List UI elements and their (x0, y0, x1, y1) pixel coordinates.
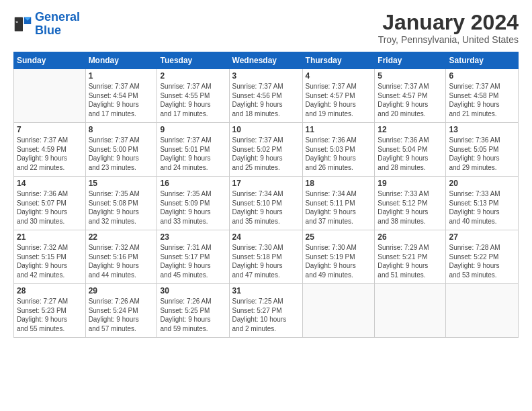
day-info: Sunrise: 7:37 AM Sunset: 4:56 PM Dayligh… (232, 82, 300, 118)
day-info: Sunrise: 7:28 AM Sunset: 5:22 PM Dayligh… (449, 243, 515, 279)
day-cell: 24Sunrise: 7:30 AM Sunset: 5:18 PM Dayli… (229, 230, 302, 284)
day-number: 28 (17, 286, 83, 295)
day-info: Sunrise: 7:37 AM Sunset: 5:01 PM Dayligh… (160, 136, 226, 172)
day-cell: 23Sunrise: 7:31 AM Sunset: 5:17 PM Dayli… (157, 230, 229, 284)
day-info: Sunrise: 7:30 AM Sunset: 5:18 PM Dayligh… (232, 243, 300, 279)
day-number: 30 (160, 286, 226, 295)
header-monday: Monday (85, 52, 157, 69)
day-cell: 11Sunrise: 7:36 AM Sunset: 5:03 PM Dayli… (302, 123, 375, 177)
day-cell (14, 69, 86, 123)
header-tuesday: Tuesday (157, 52, 229, 69)
day-info: Sunrise: 7:32 AM Sunset: 5:16 PM Dayligh… (89, 243, 154, 279)
day-info: Sunrise: 7:26 AM Sunset: 5:24 PM Dayligh… (89, 297, 154, 333)
day-info: Sunrise: 7:34 AM Sunset: 5:11 PM Dayligh… (306, 189, 372, 226)
day-number: 2 (160, 71, 226, 81)
day-cell: 1Sunrise: 7:37 AM Sunset: 4:54 PM Daylig… (85, 69, 157, 123)
main-title: January 2024 (378, 11, 519, 34)
day-cell: 30Sunrise: 7:26 AM Sunset: 5:25 PM Dayli… (157, 284, 229, 338)
day-number: 26 (378, 232, 443, 242)
day-cell: 8Sunrise: 7:37 AM Sunset: 5:00 PM Daylig… (85, 123, 157, 177)
day-number: 20 (449, 179, 515, 188)
logo-line1: General (35, 10, 80, 24)
day-number: 18 (306, 179, 372, 188)
day-cell: 4Sunrise: 7:37 AM Sunset: 4:57 PM Daylig… (302, 69, 375, 123)
day-number: 5 (378, 71, 443, 81)
day-cell (375, 284, 446, 338)
day-number: 17 (232, 179, 300, 188)
header-friday: Friday (375, 52, 446, 69)
day-cell (302, 284, 375, 338)
day-cell: 12Sunrise: 7:36 AM Sunset: 5:04 PM Dayli… (375, 123, 446, 177)
day-cell: 10Sunrise: 7:37 AM Sunset: 5:02 PM Dayli… (229, 123, 302, 177)
day-cell: 20Sunrise: 7:33 AM Sunset: 5:13 PM Dayli… (446, 177, 519, 230)
week-row-0: 1Sunrise: 7:37 AM Sunset: 4:54 PM Daylig… (14, 69, 519, 123)
day-info: Sunrise: 7:31 AM Sunset: 5:17 PM Dayligh… (160, 243, 226, 279)
day-info: Sunrise: 7:37 AM Sunset: 4:58 PM Dayligh… (449, 82, 515, 118)
day-number: 31 (232, 286, 300, 295)
day-cell: 9Sunrise: 7:37 AM Sunset: 5:01 PM Daylig… (157, 123, 229, 177)
day-info: Sunrise: 7:32 AM Sunset: 5:15 PM Dayligh… (17, 243, 83, 279)
day-cell: 16Sunrise: 7:35 AM Sunset: 5:09 PM Dayli… (157, 177, 229, 230)
header: G General Blue January 2024 Troy, Pennsy… (13, 11, 519, 45)
day-number: 19 (378, 179, 443, 188)
calendar-table: SundayMondayTuesdayWednesdayThursdayFrid… (13, 52, 519, 338)
svg-text:G: G (16, 20, 19, 24)
header-thursday: Thursday (302, 52, 375, 69)
day-number: 6 (449, 71, 515, 81)
day-info: Sunrise: 7:25 AM Sunset: 5:27 PM Dayligh… (232, 297, 300, 333)
day-number: 22 (89, 232, 154, 242)
day-cell: 17Sunrise: 7:34 AM Sunset: 5:10 PM Dayli… (229, 177, 302, 230)
day-cell: 21Sunrise: 7:32 AM Sunset: 5:15 PM Dayli… (14, 230, 86, 284)
day-info: Sunrise: 7:35 AM Sunset: 5:08 PM Dayligh… (89, 189, 154, 226)
week-row-1: 7Sunrise: 7:37 AM Sunset: 4:59 PM Daylig… (14, 123, 519, 177)
day-info: Sunrise: 7:36 AM Sunset: 5:05 PM Dayligh… (449, 136, 515, 172)
day-info: Sunrise: 7:26 AM Sunset: 5:25 PM Dayligh… (160, 297, 226, 333)
day-info: Sunrise: 7:33 AM Sunset: 5:12 PM Dayligh… (378, 189, 443, 226)
day-cell: 15Sunrise: 7:35 AM Sunset: 5:08 PM Dayli… (85, 177, 157, 230)
day-info: Sunrise: 7:36 AM Sunset: 5:07 PM Dayligh… (17, 189, 83, 226)
svg-rect-3 (15, 17, 23, 31)
day-cell: 13Sunrise: 7:36 AM Sunset: 5:05 PM Dayli… (446, 123, 519, 177)
day-number: 24 (232, 232, 300, 242)
day-cell: 5Sunrise: 7:37 AM Sunset: 4:57 PM Daylig… (375, 69, 446, 123)
day-number: 10 (232, 125, 300, 134)
day-info: Sunrise: 7:37 AM Sunset: 4:57 PM Dayligh… (378, 82, 443, 118)
day-number: 14 (17, 179, 83, 188)
logo-text: General Blue (35, 11, 80, 38)
header-sunday: Sunday (14, 52, 86, 69)
day-cell: 7Sunrise: 7:37 AM Sunset: 4:59 PM Daylig… (14, 123, 86, 177)
day-cell: 28Sunrise: 7:27 AM Sunset: 5:23 PM Dayli… (14, 284, 86, 338)
day-info: Sunrise: 7:37 AM Sunset: 5:00 PM Dayligh… (89, 136, 154, 172)
day-cell: 29Sunrise: 7:26 AM Sunset: 5:24 PM Dayli… (85, 284, 157, 338)
day-cell: 31Sunrise: 7:25 AM Sunset: 5:27 PM Dayli… (229, 284, 302, 338)
day-number: 9 (160, 125, 226, 134)
day-info: Sunrise: 7:27 AM Sunset: 5:23 PM Dayligh… (17, 297, 83, 333)
day-cell: 22Sunrise: 7:32 AM Sunset: 5:16 PM Dayli… (85, 230, 157, 284)
day-info: Sunrise: 7:37 AM Sunset: 4:54 PM Dayligh… (89, 82, 154, 118)
day-info: Sunrise: 7:34 AM Sunset: 5:10 PM Dayligh… (232, 189, 300, 226)
day-cell: 6Sunrise: 7:37 AM Sunset: 4:58 PM Daylig… (446, 69, 519, 123)
logo: G General Blue (13, 11, 80, 38)
day-info: Sunrise: 7:37 AM Sunset: 4:59 PM Dayligh… (17, 136, 83, 172)
day-number: 15 (89, 179, 154, 188)
subtitle: Troy, Pennsylvania, United States (378, 34, 519, 45)
day-number: 4 (306, 71, 372, 81)
week-row-2: 14Sunrise: 7:36 AM Sunset: 5:07 PM Dayli… (14, 177, 519, 230)
day-number: 8 (89, 125, 154, 134)
week-row-4: 28Sunrise: 7:27 AM Sunset: 5:23 PM Dayli… (14, 284, 519, 338)
day-number: 21 (17, 232, 83, 242)
title-block: January 2024 Troy, Pennsylvania, United … (378, 11, 519, 45)
day-cell: 2Sunrise: 7:37 AM Sunset: 4:55 PM Daylig… (157, 69, 229, 123)
day-number: 27 (449, 232, 515, 242)
day-number: 23 (160, 232, 226, 242)
logo-icon: G (13, 15, 32, 34)
header-wednesday: Wednesday (229, 52, 302, 69)
day-cell: 19Sunrise: 7:33 AM Sunset: 5:12 PM Dayli… (375, 177, 446, 230)
day-info: Sunrise: 7:37 AM Sunset: 4:55 PM Dayligh… (160, 82, 226, 118)
day-info: Sunrise: 7:33 AM Sunset: 5:13 PM Dayligh… (449, 189, 515, 226)
day-number: 1 (89, 71, 154, 81)
day-cell: 18Sunrise: 7:34 AM Sunset: 5:11 PM Dayli… (302, 177, 375, 230)
logo-line2: Blue (35, 24, 61, 37)
day-info: Sunrise: 7:35 AM Sunset: 5:09 PM Dayligh… (160, 189, 226, 226)
day-number: 12 (378, 125, 443, 134)
